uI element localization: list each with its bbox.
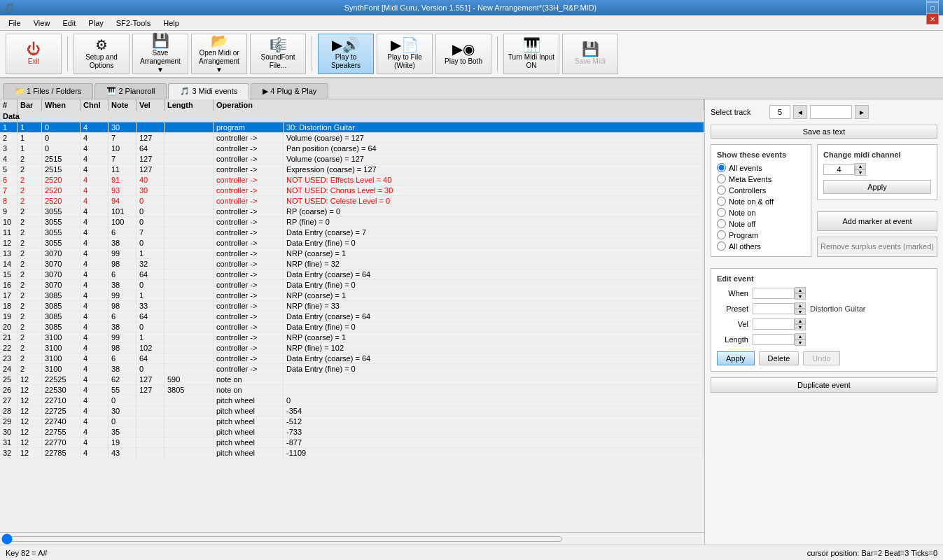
preset-up-button[interactable]: ▲	[795, 302, 806, 309]
channel-up-button[interactable]: ▲	[855, 163, 866, 169]
radio-controllers[interactable]: Controllers	[717, 186, 805, 195]
vel-input[interactable]: 0	[753, 318, 795, 330]
menu-help[interactable]: Help	[158, 18, 185, 29]
radio-note-on-off[interactable]: Note on & off	[717, 197, 805, 206]
table-row[interactable]: 21231004991controller ->NRP (coarse) = 1	[0, 332, 704, 343]
table-row[interactable]: 72252049330controller ->NOT USED: Chorus…	[0, 186, 704, 196]
table-row[interactable]: 13230704991controller ->NRP (coarse) = 1	[0, 248, 704, 259]
track-next-button[interactable]: ►	[855, 105, 869, 119]
table-row[interactable]: 281222725430pitch wheel-354	[0, 406, 704, 416]
channel-down-button[interactable]: ▼	[855, 169, 866, 176]
when-input[interactable]: 0	[753, 288, 795, 299]
radio-program[interactable]: Program	[717, 230, 805, 239]
radio-all-events[interactable]: All events	[717, 163, 805, 172]
edit-delete-button[interactable]: Delete	[759, 351, 799, 365]
table-row[interactable]: 182308549833controller ->NRP (fine) = 33	[0, 301, 704, 312]
table-row[interactable]: 2223100498102controller ->NRP (fine) = 1…	[0, 343, 704, 354]
turn-midi-button[interactable]: 🎹 Turn Midi Input ON	[503, 34, 559, 74]
table-row[interactable]: 251222525462127590note on	[0, 374, 704, 385]
preset-down-button[interactable]: ▼	[795, 309, 806, 315]
table-row[interactable]: 92305541010controller ->RP (coarse) = 0	[0, 206, 704, 217]
radio-all-others-input[interactable]	[717, 241, 726, 251]
table-row[interactable]: 17230854991controller ->NRP (coarse) = 1	[0, 290, 704, 301]
vel-down-button[interactable]: ▼	[795, 324, 806, 330]
save-midi-button[interactable]: 💾 Save Midi	[562, 34, 618, 74]
table-cell-1: 2	[18, 196, 42, 206]
table-row[interactable]: 110430program30: Distortion Guitar	[0, 122, 704, 133]
add-marker-button[interactable]: Add marker at event	[817, 211, 937, 231]
radio-note-on-input[interactable]	[717, 208, 726, 217]
table-body[interactable]: 110430program30: Distortion Guitar210471…	[0, 122, 704, 532]
radio-note-on-off-input[interactable]	[717, 197, 726, 206]
edit-undo-button[interactable]: Undo	[803, 351, 839, 365]
open-midi-button[interactable]: 📂 Open Midi or Arrangement ▼	[191, 34, 247, 74]
radio-meta-events[interactable]: Meta Events	[717, 174, 805, 183]
table-cell-1: 2	[18, 280, 42, 290]
h-scroll-input[interactable]	[1, 535, 563, 543]
length-input[interactable]: 0	[753, 334, 795, 345]
edit-apply-button[interactable]: Apply	[717, 351, 755, 365]
radio-meta-events-input[interactable]	[717, 174, 726, 183]
table-row[interactable]: 27122271040pitch wheel0	[0, 396, 704, 406]
setup-button[interactable]: ⚙ Setup and Options	[74, 34, 130, 74]
tab-pianoroll[interactable]: 🎹 2 Pianoroll	[95, 83, 167, 99]
table-row[interactable]: 21047127controller ->Volume (coarse) = 1…	[0, 133, 704, 144]
duplicate-event-button[interactable]: Duplicate event	[711, 377, 937, 393]
change-channel-apply-button[interactable]: Apply	[823, 180, 931, 194]
when-down-button[interactable]: ▼	[795, 293, 806, 300]
channel-input[interactable]: 4	[823, 164, 855, 175]
play-file-button[interactable]: ▶📄 Play to File (Write)	[377, 34, 433, 74]
table-row[interactable]: 24231004380controller ->Data Entry (fine…	[0, 364, 704, 374]
table-row[interactable]: 62252049140controller ->NOT USED: Effect…	[0, 175, 704, 186]
table-row[interactable]: 29122274040pitch wheel-512	[0, 416, 704, 427]
radio-all-others[interactable]: All others	[717, 241, 805, 251]
table-row[interactable]: 31041064controller ->Pan position (coars…	[0, 144, 704, 154]
menu-file[interactable]: File	[3, 18, 27, 29]
table-row[interactable]: 23231004664controller ->Data Entry (coar…	[0, 354, 704, 364]
radio-program-input[interactable]	[717, 230, 726, 239]
table-row[interactable]: 1123055467controller ->Data Entry (coars…	[0, 227, 704, 238]
table-row[interactable]: 522515411127controller ->Expression (coa…	[0, 164, 704, 175]
length-up-button[interactable]: ▲	[795, 333, 806, 340]
tab-plug-play[interactable]: ▶ 4 Plug & Play	[251, 83, 328, 99]
vel-up-button[interactable]: ▲	[795, 318, 806, 324]
play-speakers-button[interactable]: ▶🔊 Play to Speakers	[318, 34, 374, 74]
exit-button[interactable]: ⏻ Exit	[6, 34, 62, 74]
table-row[interactable]: 16230704380controller ->Data Entry (fine…	[0, 280, 704, 290]
horizontal-scrollbar[interactable]	[0, 532, 704, 545]
table-row[interactable]: 12230554380controller ->Data Entry (fine…	[0, 238, 704, 248]
play-both-button[interactable]: ▶◉ Play to Both	[435, 34, 491, 74]
when-up-button[interactable]: ▲	[795, 287, 806, 293]
table-row[interactable]: 19230854664controller ->Data Entry (coar…	[0, 312, 704, 322]
menu-view[interactable]: View	[28, 18, 56, 29]
radio-note-off-input[interactable]	[717, 219, 726, 228]
preset-input[interactable]: 30	[753, 303, 795, 314]
radio-note-off[interactable]: Note off	[717, 219, 805, 228]
radio-note-on[interactable]: Note on	[717, 208, 805, 217]
tab-midi-events[interactable]: 🎵 3 Midi events	[168, 83, 249, 99]
radio-controllers-input[interactable]	[717, 186, 726, 195]
table-row[interactable]: 42251547127controller ->Volume (coarse) …	[0, 154, 704, 164]
table-row[interactable]: 8225204940controller ->NOT USED: Celeste…	[0, 196, 704, 206]
menu-play[interactable]: Play	[83, 18, 109, 29]
radio-all-events-input[interactable]	[717, 163, 726, 172]
table-row[interactable]: 102305541000controller ->RP (fine) = 0	[0, 217, 704, 227]
menu-sf2tools[interactable]: SF2-Tools	[111, 18, 157, 29]
table-row[interactable]: 142307049832controller ->NRP (fine) = 32	[0, 259, 704, 270]
table-row[interactable]: 311222770419pitch wheel-877	[0, 438, 704, 448]
table-row[interactable]: 301222755435pitch wheel-733	[0, 427, 704, 438]
remove-surplus-button[interactable]: Remove surplus events (marked)	[817, 237, 937, 256]
save-arrangement-button[interactable]: 💾 Save Arrangement ▼	[132, 34, 188, 74]
table-row[interactable]: 2612225304551273805note on	[0, 385, 704, 396]
tab-files[interactable]: 📁 1 Files / Folders	[3, 83, 93, 99]
length-down-button[interactable]: ▼	[795, 340, 806, 346]
soundfont-button[interactable]: 🎼 SoundFont File...	[250, 34, 306, 74]
table-row[interactable]: 321222785443pitch wheel-1109	[0, 448, 704, 458]
maximize-button[interactable]: □	[926, 2, 939, 13]
menu-edit[interactable]: Edit	[57, 18, 81, 29]
close-button[interactable]: ✕	[926, 13, 939, 24]
table-row[interactable]: 15230704664controller ->Data Entry (coar…	[0, 270, 704, 280]
save-as-text-button[interactable]: Save as text	[711, 125, 937, 139]
table-row[interactable]: 20230854380controller ->Data Entry (fine…	[0, 322, 704, 332]
track-prev-button[interactable]: ◄	[793, 105, 807, 119]
